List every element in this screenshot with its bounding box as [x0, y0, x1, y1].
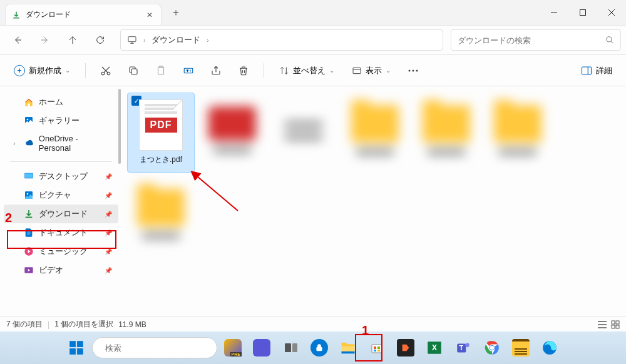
back-button[interactable] [5, 29, 30, 51]
pin-icon[interactable]: 📌 [105, 267, 112, 274]
maximize-button[interactable] [568, 3, 597, 23]
share-button[interactable] [205, 59, 227, 82]
up-button[interactable] [60, 29, 85, 51]
taskbar-app-edge[interactable] [536, 335, 563, 361]
list-view-icon[interactable] [597, 320, 607, 329]
scrollbar[interactable] [118, 89, 121, 164]
taskbar-search-input[interactable] [105, 343, 210, 353]
delete-button[interactable] [232, 59, 255, 82]
file-item[interactable] [198, 93, 266, 173]
rename-button[interactable] [177, 59, 200, 82]
sidebar-item-home[interactable]: ホーム [4, 93, 118, 111]
cut-button[interactable] [95, 59, 117, 82]
svg-point-43 [465, 343, 470, 347]
taskbar-app[interactable]: PRE [220, 335, 246, 361]
sort-button[interactable]: 並べ替え ⌄ [273, 61, 341, 80]
sort-icon [279, 66, 289, 76]
sidebar-item-gallery[interactable]: ギャラリー [4, 111, 118, 130]
details-icon [581, 66, 592, 76]
divider [10, 161, 112, 162]
svg-rect-36 [374, 346, 376, 349]
new-button[interactable]: + 新規作成 ⌄ [8, 61, 76, 80]
more-button[interactable] [402, 59, 424, 82]
file-item[interactable] [413, 93, 480, 173]
view-icon [352, 66, 362, 76]
file-item[interactable] [341, 93, 409, 173]
svg-rect-35 [372, 345, 382, 353]
pdf-file-icon: PDF [139, 99, 183, 151]
taskbar-app[interactable] [393, 335, 419, 361]
svg-point-15 [27, 119, 29, 121]
home-icon [24, 98, 34, 107]
search-box[interactable] [451, 29, 621, 51]
taskbar-search[interactable] [92, 337, 217, 358]
sidebar-label: ピクチャ [39, 190, 71, 201]
sidebar-item-pictures[interactable]: ピクチャ 📌 [4, 186, 118, 205]
taskbar-app-excel[interactable]: X [421, 335, 448, 361]
file-item[interactable] [270, 93, 337, 173]
chevron-icon: › [207, 37, 208, 44]
taskbar-app-teams[interactable]: T [450, 335, 476, 361]
svg-rect-8 [184, 68, 193, 73]
file-item[interactable] [127, 176, 195, 256]
statusbar: 7 個の項目 | 1 個の項目を選択 11.9 MB [0, 316, 626, 331]
taskbar-app[interactable] [249, 335, 275, 361]
status-item-count: 7 個の項目 [6, 319, 43, 330]
tab-title: ダウンロード [26, 9, 145, 20]
file-item[interactable] [484, 93, 552, 173]
pin-icon[interactable]: 📌 [105, 248, 112, 255]
svg-rect-0 [580, 10, 586, 16]
taskbar-app[interactable] [508, 335, 534, 361]
refresh-button[interactable] [88, 29, 113, 51]
grid-view-icon[interactable] [611, 320, 620, 329]
taskbar-app-chrome[interactable] [479, 335, 505, 361]
toolbar: + 新規作成 ⌄ 並べ替え ⌄ 表示 ⌄ 詳細 [0, 55, 626, 86]
sidebar-item-desktop[interactable]: デスクトップ 📌 [4, 167, 118, 186]
sidebar-label: デスクトップ [39, 171, 88, 182]
svg-rect-24 [612, 325, 615, 328]
documents-icon [24, 228, 34, 238]
taskbar-app-store[interactable] [364, 335, 390, 361]
start-button[interactable] [63, 335, 90, 361]
search-icon[interactable] [605, 36, 614, 44]
pin-icon[interactable]: 📌 [105, 173, 112, 180]
sidebar-item-music[interactable]: ミュージック 📌 [4, 242, 118, 261]
file-item-pdf[interactable]: ✓ PDF まつとき.pdf [127, 93, 195, 173]
path-segment[interactable]: ダウンロード [151, 34, 200, 46]
sidebar-item-onedrive[interactable]: › OneDrive - Personal [4, 130, 118, 156]
svg-text:X: X [432, 343, 437, 352]
minimize-button[interactable] [540, 3, 568, 23]
pin-icon[interactable]: 📌 [105, 192, 112, 199]
sidebar-label: ホーム [39, 96, 63, 108]
address-path[interactable]: › ダウンロード › [120, 29, 443, 51]
taskbar-app[interactable] [306, 335, 332, 361]
sidebar-item-videos[interactable]: ビデオ 📌 [4, 261, 118, 280]
titlebar: ダウンロード ✕ ＋ [0, 0, 626, 25]
pin-icon[interactable]: 📌 [105, 230, 112, 236]
paste-button[interactable] [150, 59, 172, 82]
taskbar-app-taskview[interactable] [277, 335, 304, 361]
file-list[interactable]: ✓ PDF まつとき.pdf [122, 86, 626, 316]
close-icon[interactable]: ✕ [145, 10, 155, 20]
forward-button[interactable] [33, 29, 58, 51]
plus-icon: + [14, 65, 25, 76]
divider [85, 63, 86, 78]
onedrive-icon [24, 138, 34, 148]
sidebar-item-downloads[interactable]: ダウンロード 📌 [4, 205, 118, 223]
chevron-down-icon: ⌄ [386, 67, 391, 74]
close-button[interactable] [597, 3, 626, 23]
annotation-number: 1 [362, 323, 369, 338]
sidebar-label: ミュージック [39, 246, 88, 257]
tab-downloads[interactable]: ダウンロード ✕ [5, 4, 162, 25]
details-pane-button[interactable]: 詳細 [575, 61, 618, 80]
svg-point-19 [27, 193, 29, 195]
sidebar-item-documents[interactable]: ドキュメント 📌 [4, 223, 118, 242]
new-tab-button[interactable]: ＋ [167, 3, 185, 22]
chevron-right-icon[interactable]: › [10, 140, 19, 147]
svg-point-47 [490, 346, 495, 350]
search-input[interactable] [458, 36, 605, 45]
taskbar-app-explorer[interactable] [335, 335, 361, 361]
pin-icon[interactable]: 📌 [105, 211, 112, 218]
view-button[interactable]: 表示 ⌄ [346, 61, 397, 80]
copy-button[interactable] [122, 59, 145, 82]
